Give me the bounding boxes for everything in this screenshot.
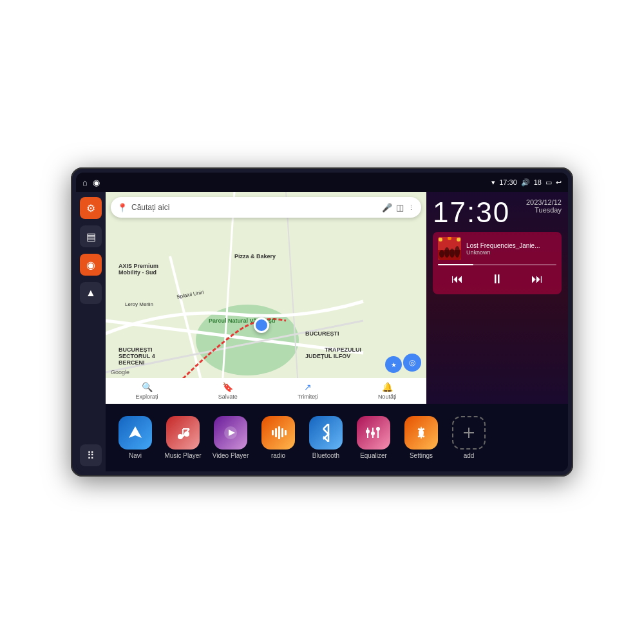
- music-icon: [174, 424, 192, 442]
- map-background: AXIS PremiumMobility - Sud Pizza & Baker…: [106, 192, 426, 404]
- svg-rect-26: [281, 428, 283, 437]
- battery-level: 18: [534, 178, 542, 186]
- music-details: Lost Frequencies_Janie... Unknown: [466, 242, 556, 256]
- map-nav-news[interactable]: 🔔 Noutăți: [378, 382, 397, 400]
- svg-rect-25: [278, 426, 280, 439]
- music-progress-bar[interactable]: [438, 264, 556, 265]
- news-label: Noutăți: [378, 393, 397, 400]
- video-icon-bg: [214, 416, 247, 450]
- music-title: Lost Frequencies_Janie...: [466, 242, 556, 249]
- map-nav-saved[interactable]: 🔖 Salvate: [218, 382, 238, 400]
- svg-rect-24: [275, 428, 277, 437]
- map-search-placeholder[interactable]: Căutați aici: [131, 203, 378, 212]
- app-bluetooth-label: Bluetooth: [312, 452, 339, 459]
- map-icon: ◉: [86, 259, 95, 271]
- svg-line-4: [222, 192, 234, 398]
- app-settings[interactable]: Settings: [399, 416, 443, 459]
- map-locate-button[interactable]: ◎: [403, 354, 421, 372]
- add-icon: [460, 424, 478, 442]
- map-area[interactable]: AXIS PremiumMobility - Sud Pizza & Baker…: [106, 192, 426, 404]
- clock-date: 2023/12/12 Tuesday: [526, 198, 562, 214]
- sidebar-btn-nav[interactable]: ▲: [80, 282, 102, 304]
- svg-point-29: [366, 430, 370, 433]
- google-logo: Google: [111, 369, 129, 375]
- app-navi[interactable]: Navi: [113, 416, 157, 459]
- send-icon: ↗: [304, 382, 312, 392]
- map-search-bar[interactable]: 📍 Căutați aici 🎤 ◫ ⋮: [111, 197, 421, 218]
- volume-icon: 🔊: [521, 178, 530, 187]
- map-nav-explore[interactable]: 🔍 Explorați: [136, 382, 158, 400]
- app-bluetooth[interactable]: Bluetooth: [304, 416, 348, 459]
- svg-point-8: [439, 250, 444, 258]
- music-info: Lost Frequencies_Janie... Unknown: [438, 237, 556, 260]
- map-label-pizza: Pizza & Bakery: [234, 253, 276, 260]
- app-add[interactable]: add: [447, 416, 491, 459]
- sidebar-btn-files[interactable]: ▤: [80, 225, 102, 247]
- svg-point-14: [457, 238, 460, 242]
- main-area: ⚙ ▤ ◉ ▲ ⠿: [76, 192, 568, 471]
- music-controls: ⏮ ⏸ ⏭: [438, 269, 556, 289]
- back-icon[interactable]: ↩: [556, 178, 562, 187]
- svg-point-32: [371, 431, 375, 435]
- app-music-label: Music Player: [164, 452, 201, 459]
- map-label-judet: JUDEȚUL ILFOV: [305, 353, 350, 359]
- map-status-icon[interactable]: ◉: [93, 178, 100, 187]
- map-svg: [106, 192, 426, 404]
- sidebar-btn-allapps[interactable]: ⠿: [80, 444, 102, 466]
- navi-icon-bg: [118, 416, 152, 450]
- apps-grid-icon: ⠿: [87, 450, 95, 462]
- sidebar-btn-settings[interactable]: ⚙: [80, 197, 102, 219]
- svg-point-9: [444, 247, 450, 258]
- svg-line-1: [106, 321, 363, 353]
- settings-icon-bg: [404, 416, 438, 450]
- app-video-label: Video Player: [213, 452, 249, 459]
- screen: ⌂ ◉ ▾ 17:30 🔊 18 ▭ ↩ ⚙ ▤: [76, 173, 568, 471]
- music-artist: Unknown: [466, 249, 556, 256]
- app-radio[interactable]: radio: [256, 416, 300, 459]
- eq-icon-bg: [357, 416, 390, 450]
- info-panel: 17:30 2023/12/12 Tuesday: [426, 192, 568, 404]
- map-label-bucuresti: BUCUREȘTI: [305, 330, 339, 337]
- music-progress-fill: [438, 264, 473, 265]
- sidebar-btn-maps[interactable]: ◉: [80, 254, 102, 276]
- music-playpause-button[interactable]: ⏸: [488, 269, 506, 289]
- svg-point-12: [439, 238, 442, 242]
- map-road-label-splaiuri: Splaiul Uniri: [176, 289, 205, 299]
- app-music-player[interactable]: Music Player: [161, 416, 205, 459]
- map-menu-icon[interactable]: ⋮: [408, 204, 415, 212]
- wifi-icon: ▾: [491, 178, 495, 187]
- status-bar: ⌂ ◉ ▾ 17:30 🔊 18 ▭ ↩: [76, 173, 568, 192]
- music-prev-button[interactable]: ⏮: [449, 270, 466, 289]
- maps-logo-icon: 📍: [117, 203, 128, 213]
- app-radio-label: radio: [271, 452, 285, 459]
- home-icon[interactable]: ⌂: [82, 178, 88, 187]
- status-time: 17:30: [499, 178, 517, 186]
- top-section: AXIS PremiumMobility - Sud Pizza & Baker…: [106, 192, 568, 404]
- app-video-player[interactable]: Video Player: [209, 416, 252, 459]
- bluetooth-icon: [317, 424, 335, 442]
- album-art: [438, 237, 461, 260]
- svg-point-0: [196, 305, 299, 375]
- clock-time: 17:30: [433, 198, 510, 227]
- layers-icon[interactable]: ◫: [396, 203, 404, 213]
- map-nav-send[interactable]: ↗ Trimiteți: [298, 382, 318, 400]
- car-head-unit: ⌂ ◉ ▾ 17:30 🔊 18 ▭ ↩ ⚙ ▤: [71, 167, 573, 477]
- status-bar-right: ▾ 17:30 🔊 18 ▭ ↩: [491, 178, 562, 187]
- music-next-button[interactable]: ⏭: [529, 270, 545, 289]
- navi-icon: [126, 424, 144, 442]
- map-location-marker: [254, 317, 269, 333]
- app-navi-label: Navi: [129, 452, 142, 459]
- app-equalizer[interactable]: Equalizer: [352, 416, 395, 459]
- svg-line-5: [286, 192, 299, 398]
- svg-marker-15: [129, 426, 142, 438]
- nav-arrow-icon: ▲: [86, 287, 96, 299]
- send-label: Trimiteți: [298, 393, 318, 400]
- clock-date-value: 2023/12/12: [526, 198, 562, 206]
- app-add-label: add: [464, 452, 475, 459]
- svg-rect-27: [285, 430, 287, 435]
- mic-icon[interactable]: 🎤: [382, 203, 392, 213]
- battery-icon: ▭: [545, 178, 552, 187]
- clock-section: 17:30 2023/12/12 Tuesday: [433, 198, 562, 227]
- map-star-button[interactable]: ★: [385, 356, 402, 373]
- svg-point-16: [178, 434, 183, 439]
